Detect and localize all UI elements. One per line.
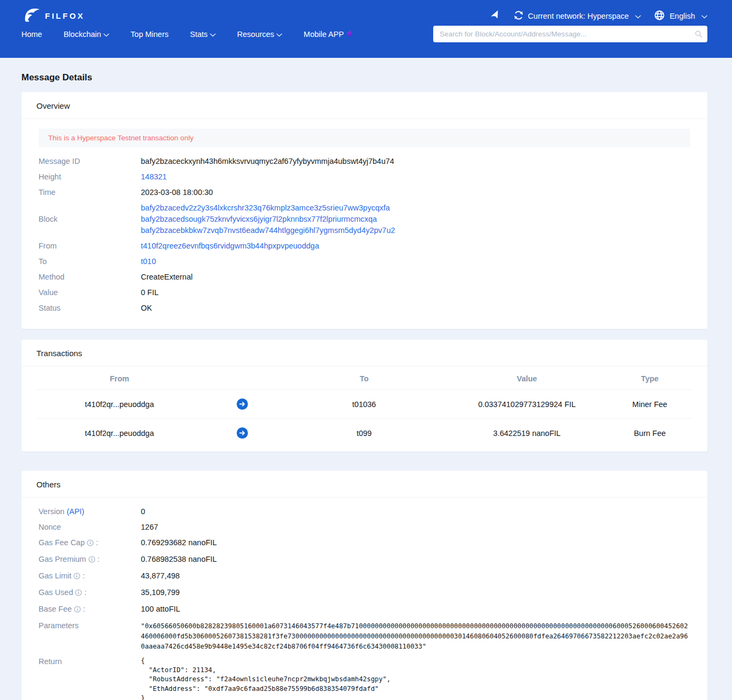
version-label: Version bbox=[39, 507, 64, 516]
colon: : bbox=[84, 588, 86, 597]
nonce-label: Nonce bbox=[39, 522, 141, 533]
base-fee-row: Base Fee: 100 attoFIL bbox=[39, 601, 690, 618]
nav-stats[interactable]: Stats bbox=[190, 30, 216, 39]
tx-from-address[interactable]: t410f2qr...peuoddga bbox=[36, 429, 202, 438]
chevron-down-icon bbox=[276, 30, 282, 39]
table-row: t410f2qr...peuoddga t01036 0.03374102977… bbox=[36, 389, 692, 418]
height-link[interactable]: 148321 bbox=[141, 172, 167, 181]
gas-fee-cap-value: 0.769293682 nanoFIL bbox=[141, 537, 217, 550]
method-row: Method CreateExternal bbox=[39, 269, 690, 285]
time-label: Time bbox=[39, 187, 141, 198]
sync-icon bbox=[514, 10, 524, 22]
status-row: Status OK bbox=[39, 300, 690, 316]
status-badge: OK bbox=[141, 303, 152, 314]
table-row: t410f2qr...peuoddga t099 3.6422519 nanoF… bbox=[36, 418, 692, 447]
gas-fee-cap-label: Gas Fee Cap bbox=[39, 538, 85, 547]
nav-blockchain[interactable]: Blockchain bbox=[64, 30, 109, 39]
gas-limit-row: Gas Limit: 43,877,498 bbox=[39, 568, 690, 585]
gas-premium-row: Gas Premium: 0.768982538 nanoFIL bbox=[39, 552, 690, 568]
tx-to-address[interactable]: t099 bbox=[282, 429, 447, 438]
height-label: Height bbox=[39, 171, 141, 183]
nav-home-label: Home bbox=[21, 30, 42, 39]
time-value: 2023-03-08 18:00:30 bbox=[141, 187, 213, 198]
gas-limit-value: 43,877,498 bbox=[141, 570, 180, 583]
nav-top-miners-label: Top Miners bbox=[131, 30, 169, 39]
parameters-value: "0x60566050600b82828239805160001a6073146… bbox=[141, 620, 690, 652]
from-label: From bbox=[39, 240, 141, 252]
info-icon[interactable] bbox=[74, 605, 81, 616]
flame-icon bbox=[346, 29, 353, 40]
base-fee-value: 100 attoFIL bbox=[141, 604, 180, 616]
gas-premium-label: Gas Premium bbox=[39, 555, 86, 563]
others-card: Others Version (API) 0 Nonce 1267 Gas Fe… bbox=[21, 471, 707, 700]
language-label: English bbox=[669, 12, 695, 20]
message-id-label: Message ID bbox=[39, 156, 141, 167]
globe-icon bbox=[654, 10, 665, 22]
chevron-down-icon bbox=[103, 30, 109, 39]
block-row: Block bafy2bzacedv2z2y3s4lxkcrshr323q76k… bbox=[39, 200, 690, 238]
logo-text: FILFOX bbox=[45, 11, 85, 20]
value-value: 0 FIL bbox=[141, 287, 159, 298]
base-fee-label: Base Fee bbox=[39, 605, 72, 613]
info-icon[interactable] bbox=[87, 538, 94, 550]
version-row: Version (API) 0 bbox=[39, 504, 690, 520]
info-icon[interactable] bbox=[73, 571, 80, 583]
gas-used-row: Gas Used: 35,109,799 bbox=[39, 585, 690, 601]
nav-resources-label: Resources bbox=[237, 30, 274, 39]
nav-stats-label: Stats bbox=[190, 30, 208, 39]
network-label: Current network: Hyperspace bbox=[528, 12, 629, 20]
block-label: Block bbox=[39, 214, 141, 225]
nonce-row: Nonce 1267 bbox=[39, 520, 690, 535]
gas-fee-cap-row: Gas Fee Cap: 0.769293682 nanoFIL bbox=[39, 535, 690, 552]
language-selector[interactable]: English bbox=[654, 10, 707, 22]
block-link[interactable]: bafy2bzacebkbkw7zvqb7nvst6eadw744htlggeg… bbox=[141, 226, 395, 235]
col-header-type: Type bbox=[607, 374, 692, 383]
network-selector[interactable]: Current network: Hyperspace bbox=[514, 10, 642, 22]
info-icon[interactable] bbox=[75, 588, 82, 599]
gas-premium-value: 0.768982538 nanoFIL bbox=[141, 554, 217, 566]
height-row: Height 148321 bbox=[39, 169, 690, 185]
chevron-down-icon bbox=[635, 12, 641, 20]
version-api-link[interactable]: (API) bbox=[66, 507, 84, 516]
info-icon[interactable] bbox=[88, 555, 95, 566]
overview-card: Overview This is a Hyperspace Testnet tr… bbox=[21, 92, 707, 329]
gas-used-value: 35,109,799 bbox=[141, 587, 180, 599]
transactions-card: Transactions From To Value Type t410f2qr… bbox=[21, 340, 707, 451]
nav-home[interactable]: Home bbox=[21, 30, 42, 39]
block-link[interactable]: bafy2bzacedv2z2y3s4lxkcrshr323q76kmplz3a… bbox=[141, 204, 390, 212]
tx-value: 3.6422519 nanoFIL bbox=[447, 429, 607, 438]
col-header-to: To bbox=[282, 374, 447, 383]
from-address-link[interactable]: t410f2qreez6evnfbqs6rvidgwm3b44hpxpvpeuo… bbox=[141, 242, 319, 250]
page-title: Message Details bbox=[21, 58, 707, 92]
colon: : bbox=[83, 605, 85, 613]
nav-resources[interactable]: Resources bbox=[237, 30, 282, 39]
nav-mobile-app[interactable]: Mobile APP bbox=[304, 29, 353, 40]
overview-section-title: Overview bbox=[21, 92, 707, 119]
time-row: Time 2023-03-08 18:00:30 bbox=[39, 185, 690, 200]
tx-from-address[interactable]: t410f2qr...peuoddga bbox=[36, 400, 202, 409]
top-header: FILFOX Current network: Hyper bbox=[0, 0, 732, 58]
search-input[interactable] bbox=[433, 26, 707, 42]
to-address-link[interactable]: t010 bbox=[141, 257, 156, 266]
message-id-value: bafy2bzaceckxynh43h6mkksvrvuqmyc2af67yfy… bbox=[141, 156, 394, 167]
tx-to-address[interactable]: t01036 bbox=[282, 400, 447, 409]
others-section-title: Others bbox=[21, 471, 707, 498]
nav-top-miners[interactable]: Top Miners bbox=[131, 30, 169, 39]
search-icon[interactable] bbox=[695, 30, 703, 40]
parameters-label: Parameters bbox=[39, 620, 141, 652]
fox-logo-icon bbox=[21, 6, 41, 26]
chevron-down-icon bbox=[210, 30, 216, 39]
telegram-icon[interactable] bbox=[489, 10, 501, 22]
filfox-logo[interactable]: FILFOX bbox=[21, 6, 85, 26]
colon: : bbox=[96, 538, 98, 547]
col-header-value: Value bbox=[447, 374, 607, 383]
method-value: CreateExternal bbox=[141, 272, 193, 283]
gas-used-label: Gas Used bbox=[39, 588, 73, 597]
main-nav: Home Blockchain Top Miners Stats Resourc… bbox=[21, 29, 353, 40]
nav-blockchain-label: Blockchain bbox=[64, 30, 101, 39]
arrow-right-icon bbox=[202, 398, 282, 410]
gas-limit-label: Gas Limit bbox=[39, 571, 71, 580]
tx-type: Burn Fee bbox=[607, 429, 692, 438]
block-link[interactable]: bafy2bzacedsougk75zknvfyvicxs6jyigr7l2pk… bbox=[141, 215, 377, 223]
nav-mobile-app-label: Mobile APP bbox=[304, 30, 344, 39]
